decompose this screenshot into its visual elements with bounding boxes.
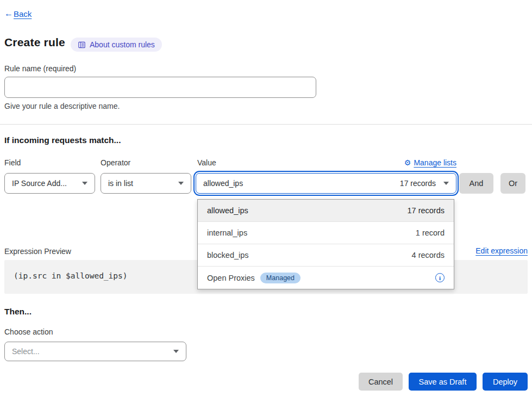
value-select-value: allowed_ips (203, 179, 243, 188)
chevron-down-icon (178, 182, 184, 185)
dropdown-item-internal-ips[interactable]: internal_ips 1 record (198, 222, 454, 244)
expression-code: (ip.src in $allowed_ips) (14, 271, 128, 280)
about-custom-rules-link[interactable]: About custom rules (71, 38, 162, 52)
cancel-button[interactable]: Cancel (359, 373, 403, 391)
dropdown-item-open-proxies[interactable]: Open Proxies Managed i (198, 267, 454, 289)
field-label: Field (4, 158, 21, 167)
list-name: internal_ips (207, 228, 247, 237)
page-title: Create rule (4, 36, 65, 49)
about-label: About custom rules (90, 40, 155, 49)
operator-select[interactable]: is in list (101, 173, 191, 194)
managed-badge: Managed (260, 273, 301, 283)
value-label: Value (197, 158, 216, 167)
chevron-down-icon (82, 182, 87, 185)
book-icon (78, 41, 86, 49)
manage-lists-label: Manage lists (414, 158, 456, 167)
arrow-left-icon: ← (4, 9, 13, 18)
section-divider (0, 124, 532, 125)
field-select-value: IP Source Add... (12, 179, 67, 188)
action-select-placeholder: Select... (12, 347, 40, 356)
chevron-down-icon (173, 350, 179, 353)
back-label: Back (14, 9, 32, 18)
edit-expression-link[interactable]: Edit expression (475, 246, 528, 255)
value-dropdown-menu: allowed_ips 17 records internal_ips 1 re… (197, 199, 454, 289)
choose-action-label: Choose action (4, 327, 53, 336)
list-name: Open Proxies (207, 274, 255, 282)
list-record-count: 1 record (416, 228, 445, 237)
rule-name-input[interactable] (4, 77, 316, 98)
expression-preview-label: Expression Preview (4, 247, 71, 256)
dropdown-item-allowed-ips[interactable]: allowed_ips 17 records (198, 200, 454, 222)
back-link[interactable]: ← Back (4, 9, 32, 18)
action-select[interactable]: Select... (4, 342, 186, 361)
dropdown-item-blocked-ips[interactable]: blocked_ips 4 records (198, 244, 454, 267)
chevron-down-icon (443, 182, 449, 185)
match-section-heading: If incoming requests match... (4, 135, 121, 145)
create-rule-page: ← Back Create rule About custom rules Ru… (0, 0, 532, 402)
operator-label: Operator (101, 158, 130, 167)
field-select[interactable]: IP Source Add... (4, 173, 95, 194)
deploy-button[interactable]: Deploy (483, 373, 528, 391)
list-name: allowed_ips (207, 206, 248, 215)
info-icon[interactable]: i (435, 273, 445, 282)
manage-lists-link[interactable]: ⚙ Manage lists (404, 158, 456, 167)
or-button[interactable]: Or (500, 173, 525, 194)
and-button[interactable]: And (459, 173, 493, 194)
value-select[interactable]: allowed_ips 17 records (196, 173, 456, 194)
operator-select-value: is in list (108, 179, 133, 188)
value-select-meta: 17 records (400, 179, 436, 188)
then-section-heading: Then... (4, 307, 32, 317)
list-record-count: 4 records (412, 251, 445, 259)
gear-icon: ⚙ (404, 159, 411, 166)
list-name: blocked_ips (207, 251, 249, 259)
save-as-draft-button[interactable]: Save as Draft (409, 373, 477, 391)
rule-name-label: Rule name (required) (4, 64, 76, 73)
rule-name-helper: Give your rule a descriptive name. (4, 102, 120, 110)
list-record-count: 17 records (407, 206, 445, 215)
